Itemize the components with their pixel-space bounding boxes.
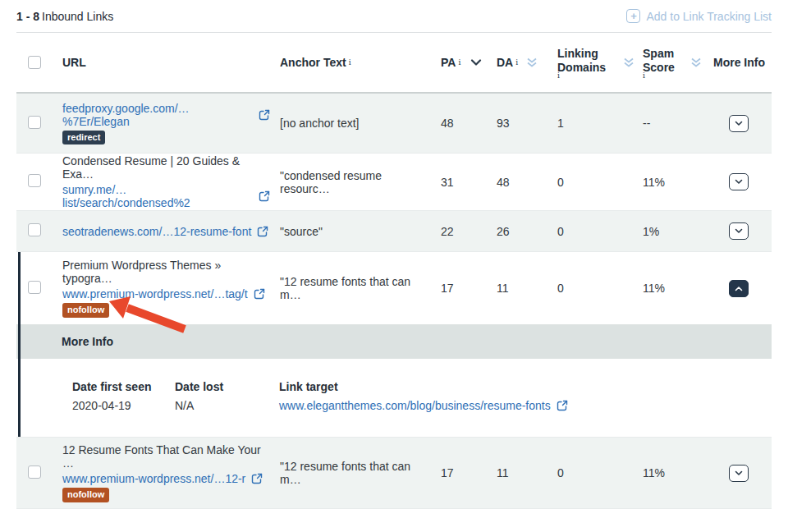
column-header-anchor-text: Anchor Texti — [280, 56, 441, 69]
anchor-text: "12 resume fonts that can m… — [280, 460, 441, 486]
chevron-down-icon — [735, 470, 743, 476]
more-info-toggle-button[interactable] — [729, 115, 749, 132]
spam-score-value: 11% — [643, 282, 713, 295]
row-checkbox[interactable] — [28, 116, 41, 129]
column-header-more-info: More Info — [713, 56, 772, 69]
linking-domains-value: 0 — [557, 466, 643, 479]
add-to-link-tracking-button[interactable]: + Add to Link Tracking List — [626, 9, 772, 23]
spam-score-value: 11% — [643, 466, 713, 479]
page-title-text: 12 Resume Fonts That Can Make Your … — [62, 443, 270, 470]
chevron-down-icon — [735, 121, 743, 126]
sortable-icon[interactable] — [526, 57, 538, 67]
da-value: 48 — [497, 176, 557, 189]
column-header-url: URL — [62, 56, 280, 69]
da-value: 11 — [497, 466, 557, 479]
more-info-toggle-button[interactable] — [729, 465, 749, 482]
nofollow-badge: nofollow — [62, 488, 109, 502]
table-row: seotradenews.com/…12-resume-font "source… — [16, 210, 772, 251]
source-url-link[interactable]: feedproxy.google.com/…%7Er/Elegan — [62, 102, 253, 128]
external-link-icon[interactable] — [251, 473, 263, 484]
source-url-link[interactable]: www.premium-wordpress.net/…12-r — [62, 472, 245, 485]
linking-domains-value: 0 — [557, 225, 643, 238]
redirect-badge: redirect — [62, 131, 105, 145]
pa-value: 31 — [441, 176, 497, 189]
page-title-text: Premium Wordpress Themes » typogra… — [62, 259, 270, 285]
more-info-section-header: More Info — [16, 324, 772, 359]
column-header-linking-domains[interactable]: Linking Domainsi — [557, 47, 643, 77]
table-row: 12 Resume Fonts That Can Make Your … www… — [16, 437, 772, 509]
sortable-icon[interactable] — [690, 57, 702, 67]
column-header-spam-score[interactable]: Spam Scorei — [643, 47, 713, 77]
pa-value: 48 — [441, 117, 497, 130]
da-value: 93 — [497, 117, 557, 130]
linking-domains-value: 1 — [557, 117, 643, 130]
external-link-icon[interactable] — [259, 109, 270, 121]
pa-value: 17 — [441, 466, 497, 479]
select-all-checkbox[interactable] — [28, 56, 41, 69]
more-info-toggle-button[interactable] — [729, 173, 749, 190]
more-info-toggle-button[interactable] — [729, 222, 749, 240]
table-row: feedproxy.google.com/…%7Er/Elegan redire… — [16, 94, 772, 153]
da-value: 26 — [497, 225, 557, 238]
column-header-da[interactable]: DAi — [497, 56, 557, 69]
panel-header: 1 - 8Inbound Links + Add to Link Trackin… — [16, 0, 772, 33]
table-row: Premium Wordpress Themes » typogra… www.… — [16, 252, 772, 324]
anchor-text: "condensed resume resourc… — [280, 169, 441, 195]
spam-score-value: 11% — [643, 176, 713, 189]
linking-domains-value: 0 — [557, 176, 643, 189]
pa-value: 17 — [441, 282, 497, 295]
result-range: 1 - 8 — [16, 10, 39, 23]
page-title-text: Condensed Resume | 20 Guides & Exa… — [62, 154, 270, 181]
row-checkbox[interactable] — [28, 466, 41, 479]
da-value: 11 — [497, 282, 557, 295]
expanded-row-group: Premium Wordpress Themes » typogra… www.… — [16, 251, 772, 437]
chevron-down-icon — [735, 228, 743, 234]
nofollow-badge: nofollow — [62, 303, 109, 318]
chevron-down-icon — [735, 179, 743, 185]
source-url-link[interactable]: seotradenews.com/…12-resume-font — [62, 225, 251, 238]
anchor-text: [no anchor text] — [280, 117, 441, 130]
linking-domains-value: 0 — [557, 282, 643, 295]
column-header-pa[interactable]: PAi — [441, 56, 497, 69]
info-icon[interactable]: i — [349, 58, 351, 66]
sort-descending-icon[interactable] — [470, 59, 482, 66]
date-lost: Date lost N/A — [175, 380, 279, 412]
external-link-icon[interactable] — [557, 400, 568, 411]
external-link-icon[interactable] — [254, 288, 265, 300]
date-first-seen: Date first seen 2020-04-19 — [72, 380, 175, 412]
source-url-link[interactable]: sumry.me/…list/search/condensed%2 — [62, 183, 253, 209]
pa-value: 22 — [441, 225, 497, 238]
page-title: 1 - 8Inbound Links — [16, 10, 113, 23]
add-to-link-tracking-label: Add to Link Tracking List — [646, 10, 772, 23]
more-info-detail: Date first seen 2020-04-19 Date lost N/A… — [16, 359, 772, 437]
info-icon[interactable]: i — [557, 74, 615, 78]
link-target-link[interactable]: www.elegantthemes.com/blog/business/resu… — [279, 399, 551, 412]
plus-icon: + — [626, 9, 640, 23]
more-info-collapse-button[interactable] — [729, 280, 749, 297]
external-link-icon[interactable] — [257, 226, 268, 237]
table-header: URL Anchor Texti PAi DAi Linking Domains… — [16, 33, 772, 94]
info-icon[interactable]: i — [515, 58, 518, 66]
row-checkbox[interactable] — [28, 174, 41, 187]
anchor-text: "source" — [280, 225, 441, 238]
page-title-label: Inbound Links — [42, 10, 113, 23]
table-row: Condensed Resume | 20 Guides & Exa… sumr… — [16, 153, 772, 210]
source-url-link[interactable]: www.premium-wordpress.net/…tag/t — [62, 287, 248, 300]
chevron-up-icon — [735, 286, 743, 291]
sortable-icon[interactable] — [623, 57, 635, 67]
row-checkbox[interactable] — [28, 223, 41, 236]
info-icon[interactable]: i — [458, 58, 460, 66]
row-checkbox[interactable] — [28, 281, 41, 294]
anchor-text: "12 resume fonts that can m… — [280, 275, 441, 301]
info-icon[interactable]: i — [643, 74, 682, 78]
external-link-icon[interactable] — [259, 190, 270, 202]
spam-score-value: 1% — [643, 225, 713, 238]
link-target: Link target www.elegantthemes.com/blog/b… — [279, 380, 568, 412]
spam-score-value: -- — [643, 117, 713, 130]
inbound-links-panel: 1 - 8Inbound Links + Add to Link Trackin… — [0, 0, 788, 509]
